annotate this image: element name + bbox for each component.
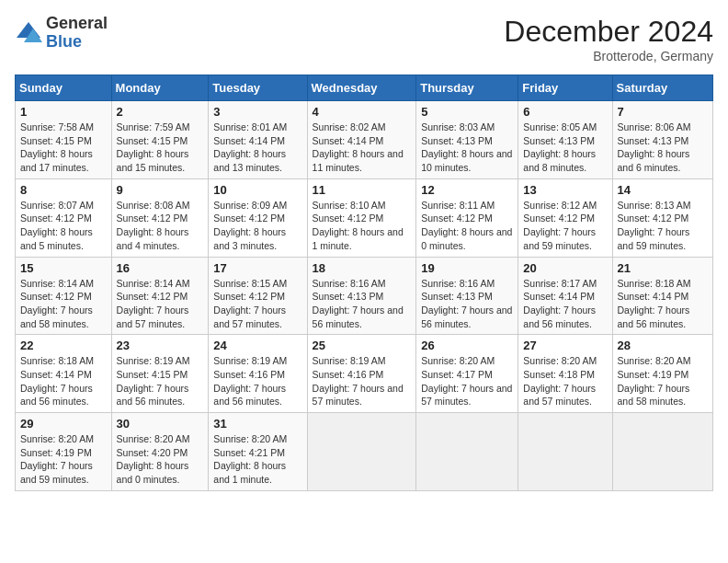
- day-info: Sunrise: 8:02 AMSunset: 4:14 PMDaylight:…: [313, 121, 412, 175]
- day-cell-17: 17Sunrise: 8:15 AMSunset: 4:12 PMDayligh…: [209, 257, 307, 335]
- day-info: Sunrise: 8:20 AMSunset: 4:17 PMDaylight:…: [421, 354, 513, 408]
- calendar-body: 1Sunrise: 7:58 AMSunset: 4:15 PMDaylight…: [16, 101, 713, 491]
- day-number: 25: [313, 339, 412, 352]
- day-number: 31: [213, 417, 301, 431]
- day-cell-8: 8Sunrise: 8:07 AMSunset: 4:12 PMDaylight…: [16, 178, 112, 257]
- header-day-saturday: Saturday: [612, 75, 712, 101]
- day-info: Sunrise: 8:05 AMSunset: 4:13 PMDaylight:…: [523, 121, 607, 175]
- day-number: 24: [213, 339, 301, 352]
- day-number: 5: [421, 105, 513, 119]
- day-info: Sunrise: 8:14 AMSunset: 4:12 PMDaylight:…: [20, 277, 107, 331]
- day-info: Sunrise: 8:19 AMSunset: 4:16 PMDaylight:…: [213, 354, 301, 408]
- day-info: Sunrise: 8:18 AMSunset: 4:14 PMDaylight:…: [20, 354, 107, 408]
- logo-blue-text: Blue: [46, 32, 82, 51]
- day-cell-1: 1Sunrise: 7:58 AMSunset: 4:15 PMDaylight…: [16, 101, 112, 179]
- day-info: Sunrise: 8:17 AMSunset: 4:14 PMDaylight:…: [523, 277, 607, 331]
- day-cell-25: 25Sunrise: 8:19 AMSunset: 4:16 PMDayligh…: [307, 335, 416, 413]
- day-number: 3: [213, 105, 301, 119]
- header-day-tuesday: Tuesday: [209, 75, 307, 101]
- header-day-sunday: Sunday: [16, 75, 112, 101]
- day-number: 7: [618, 105, 708, 119]
- calendar-week-1: 1Sunrise: 7:58 AMSunset: 4:15 PMDaylight…: [16, 101, 713, 179]
- header-day-wednesday: Wednesday: [307, 75, 416, 101]
- logo-icon: [15, 19, 42, 47]
- day-info: Sunrise: 8:16 AMSunset: 4:13 PMDaylight:…: [313, 277, 412, 331]
- day-info: Sunrise: 8:20 AMSunset: 4:19 PMDaylight:…: [618, 354, 708, 408]
- day-info: Sunrise: 8:08 AMSunset: 4:12 PMDaylight:…: [117, 199, 204, 253]
- day-info: Sunrise: 8:16 AMSunset: 4:13 PMDaylight:…: [421, 277, 513, 331]
- day-number: 1: [20, 105, 107, 119]
- day-info: Sunrise: 8:09 AMSunset: 4:12 PMDaylight:…: [213, 199, 301, 253]
- day-info: Sunrise: 8:07 AMSunset: 4:12 PMDaylight:…: [20, 199, 107, 253]
- day-cell-5: 5Sunrise: 8:03 AMSunset: 4:13 PMDaylight…: [416, 101, 518, 179]
- day-cell-18: 18Sunrise: 8:16 AMSunset: 4:13 PMDayligh…: [307, 257, 416, 335]
- day-cell-29: 29Sunrise: 8:20 AMSunset: 4:19 PMDayligh…: [16, 413, 112, 491]
- day-cell-23: 23Sunrise: 8:19 AMSunset: 4:15 PMDayligh…: [111, 335, 209, 413]
- month-title: December 2024: [504, 15, 713, 49]
- day-cell-16: 16Sunrise: 8:14 AMSunset: 4:12 PMDayligh…: [111, 257, 209, 335]
- day-number: 19: [421, 261, 513, 275]
- calendar-header: SundayMondayTuesdayWednesdayThursdayFrid…: [16, 75, 713, 101]
- day-number: 6: [523, 105, 607, 119]
- day-cell-27: 27Sunrise: 8:20 AMSunset: 4:18 PMDayligh…: [518, 335, 612, 413]
- day-number: 4: [313, 105, 412, 119]
- day-cell-6: 6Sunrise: 8:05 AMSunset: 4:13 PMDaylight…: [518, 101, 612, 179]
- day-number: 17: [213, 261, 301, 275]
- logo: General Blue: [15, 15, 108, 52]
- day-info: Sunrise: 8:20 AMSunset: 4:21 PMDaylight:…: [213, 432, 301, 487]
- day-cell-3: 3Sunrise: 8:01 AMSunset: 4:14 PMDaylight…: [209, 101, 307, 179]
- day-cell-22: 22Sunrise: 8:18 AMSunset: 4:14 PMDayligh…: [16, 335, 112, 413]
- day-number: 26: [421, 339, 513, 352]
- day-info: Sunrise: 8:19 AMSunset: 4:16 PMDaylight:…: [313, 354, 412, 408]
- day-number: 15: [20, 261, 107, 275]
- calendar-week-4: 22Sunrise: 8:18 AMSunset: 4:14 PMDayligh…: [16, 335, 713, 413]
- day-number: 14: [618, 183, 708, 197]
- day-cell-24: 24Sunrise: 8:19 AMSunset: 4:16 PMDayligh…: [209, 335, 307, 413]
- day-cell-12: 12Sunrise: 8:11 AMSunset: 4:12 PMDayligh…: [416, 178, 518, 257]
- day-cell-11: 11Sunrise: 8:10 AMSunset: 4:12 PMDayligh…: [307, 178, 416, 257]
- day-number: 12: [421, 183, 513, 197]
- calendar-week-5: 29Sunrise: 8:20 AMSunset: 4:19 PMDayligh…: [16, 413, 713, 491]
- day-number: 22: [20, 339, 107, 352]
- day-number: 30: [117, 417, 204, 431]
- day-cell-26: 26Sunrise: 8:20 AMSunset: 4:17 PMDayligh…: [416, 335, 518, 413]
- day-info: Sunrise: 8:01 AMSunset: 4:14 PMDaylight:…: [213, 121, 301, 175]
- header-day-thursday: Thursday: [416, 75, 518, 101]
- day-cell-13: 13Sunrise: 8:12 AMSunset: 4:12 PMDayligh…: [518, 178, 612, 257]
- day-cell-31: 31Sunrise: 8:20 AMSunset: 4:21 PMDayligh…: [209, 413, 307, 491]
- day-info: Sunrise: 8:10 AMSunset: 4:12 PMDaylight:…: [313, 199, 412, 253]
- day-number: 8: [20, 183, 107, 197]
- day-cell-15: 15Sunrise: 8:14 AMSunset: 4:12 PMDayligh…: [16, 257, 112, 335]
- day-info: Sunrise: 8:13 AMSunset: 4:12 PMDaylight:…: [618, 199, 708, 253]
- day-info: Sunrise: 8:14 AMSunset: 4:12 PMDaylight:…: [117, 277, 204, 331]
- calendar-week-3: 15Sunrise: 8:14 AMSunset: 4:12 PMDayligh…: [16, 257, 713, 335]
- day-number: 10: [213, 183, 301, 197]
- day-cell-14: 14Sunrise: 8:13 AMSunset: 4:12 PMDayligh…: [612, 178, 712, 257]
- calendar-table: SundayMondayTuesdayWednesdayThursdayFrid…: [15, 75, 713, 491]
- day-info: Sunrise: 8:11 AMSunset: 4:12 PMDaylight:…: [421, 199, 513, 253]
- day-number: 20: [523, 261, 607, 275]
- day-info: Sunrise: 8:20 AMSunset: 4:19 PMDaylight:…: [20, 432, 107, 487]
- day-cell-10: 10Sunrise: 8:09 AMSunset: 4:12 PMDayligh…: [209, 178, 307, 257]
- day-info: Sunrise: 8:18 AMSunset: 4:14 PMDaylight:…: [618, 277, 708, 331]
- day-cell-28: 28Sunrise: 8:20 AMSunset: 4:19 PMDayligh…: [612, 335, 712, 413]
- day-info: Sunrise: 7:59 AMSunset: 4:15 PMDaylight:…: [117, 121, 204, 175]
- calendar-week-2: 8Sunrise: 8:07 AMSunset: 4:12 PMDaylight…: [16, 178, 713, 257]
- day-number: 23: [117, 339, 204, 352]
- logo-general-text: General: [46, 14, 108, 32]
- page-header: General Blue December 2024 Brotterode, G…: [15, 15, 713, 63]
- day-cell-20: 20Sunrise: 8:17 AMSunset: 4:14 PMDayligh…: [518, 257, 612, 335]
- header-day-monday: Monday: [111, 75, 209, 101]
- day-number: 13: [523, 183, 607, 197]
- day-number: 16: [117, 261, 204, 275]
- day-info: Sunrise: 8:03 AMSunset: 4:13 PMDaylight:…: [421, 121, 513, 175]
- day-cell-7: 7Sunrise: 8:06 AMSunset: 4:13 PMDaylight…: [612, 101, 712, 179]
- empty-cell: [416, 413, 518, 491]
- day-info: Sunrise: 8:20 AMSunset: 4:20 PMDaylight:…: [117, 432, 204, 487]
- day-info: Sunrise: 8:15 AMSunset: 4:12 PMDaylight:…: [213, 277, 301, 331]
- day-number: 29: [20, 417, 107, 431]
- day-number: 21: [618, 261, 708, 275]
- day-number: 11: [313, 183, 412, 197]
- location: Brotterode, Germany: [504, 49, 713, 63]
- day-info: Sunrise: 8:20 AMSunset: 4:18 PMDaylight:…: [523, 354, 607, 408]
